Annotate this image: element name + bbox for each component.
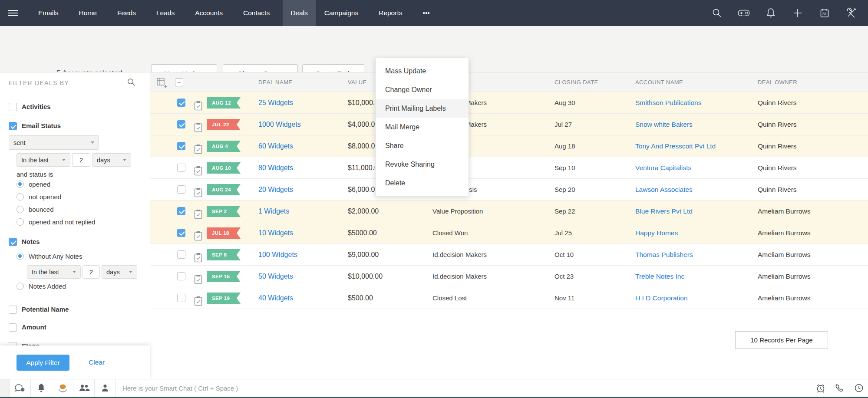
- account-name-link[interactable]: Happy Homes: [635, 222, 678, 244]
- nav-item-emails[interactable]: Emails: [38, 9, 59, 17]
- filter-search-icon[interactable]: [127, 78, 136, 89]
- status-opened-radio[interactable]: [17, 181, 24, 188]
- account-name-link[interactable]: Smithson Publications: [635, 92, 702, 114]
- search-icon[interactable]: [711, 7, 723, 19]
- nav-item-reports[interactable]: Reports: [379, 9, 402, 17]
- row-checkbox[interactable]: [177, 99, 185, 107]
- table-row[interactable]: AUG 10 80 Widgets $11,000.00 Qualificati…: [150, 157, 868, 179]
- table-row[interactable]: JUL 18 10 Widgets $5000.00 Closed Won Ju…: [150, 222, 868, 244]
- bell-icon[interactable]: [765, 7, 777, 19]
- account-name-link[interactable]: Thomas Publishers: [635, 244, 693, 266]
- calendar-icon[interactable]: 31: [818, 7, 831, 19]
- notes-added-radio[interactable]: [17, 283, 24, 290]
- activities-label[interactable]: Activities: [22, 103, 51, 110]
- table-row[interactable]: SEP 15 50 Widgets $10,000.00 Id.decision…: [150, 266, 868, 287]
- header-value[interactable]: VALUE: [348, 72, 367, 92]
- nav-item-accounts[interactable]: Accounts: [195, 9, 223, 17]
- row-checkbox[interactable]: [177, 120, 185, 128]
- account-name-link[interactable]: H I D Corporation: [635, 287, 688, 309]
- amount-checkbox[interactable]: [9, 323, 17, 332]
- email-status-label[interactable]: Email Status: [22, 122, 61, 129]
- menu-item-share[interactable]: Share: [376, 136, 469, 155]
- menu-item-mass-update[interactable]: Mass Update: [376, 62, 469, 80]
- email-range-count-input[interactable]: [72, 153, 90, 167]
- row-checkbox[interactable]: [177, 272, 185, 280]
- row-checkbox[interactable]: [177, 142, 185, 150]
- table-row[interactable]: AUG 24 20 Widgets $6,000.00 Needs Analys…: [150, 179, 868, 201]
- row-checkbox[interactable]: [177, 207, 185, 215]
- potential-name-label[interactable]: Potential Name: [22, 306, 69, 313]
- notes-range-select[interactable]: In the last: [27, 265, 81, 279]
- table-row[interactable]: AUG 12 25 Widgets $10,000.00 Id.decision…: [150, 92, 868, 114]
- without-any-notes-radio[interactable]: [17, 253, 24, 260]
- status-not-opened-label[interactable]: not opened: [29, 193, 61, 201]
- gamepad-icon[interactable]: [738, 7, 750, 19]
- notes-range-count-input[interactable]: [83, 265, 100, 279]
- deal-name-link[interactable]: 10 Widgets: [258, 222, 293, 244]
- deal-name-link[interactable]: 80 Widgets: [258, 157, 293, 179]
- task-clipboard-icon[interactable]: [194, 293, 202, 315]
- nav-item-home[interactable]: Home: [79, 9, 97, 17]
- chat-settings-icon[interactable]: [10, 379, 31, 397]
- potential-name-checkbox[interactable]: [9, 306, 17, 314]
- amount-label[interactable]: Amount: [22, 323, 46, 331]
- clear-filter-link[interactable]: Clear: [89, 359, 105, 366]
- plus-icon[interactable]: [792, 7, 804, 19]
- nav-item-deals[interactable]: Deals: [283, 0, 316, 26]
- records-per-page-select[interactable]: 10 Records Per Page: [735, 331, 828, 349]
- without-any-notes-label[interactable]: Without Any Notes: [29, 253, 82, 260]
- tools-icon[interactable]: [845, 7, 858, 19]
- status-not-opened-radio[interactable]: [17, 193, 24, 201]
- email-range-unit-select[interactable]: days: [92, 153, 131, 167]
- deal-name-link[interactable]: 40 Widgets: [258, 287, 293, 309]
- bell-icon[interactable]: [31, 379, 52, 397]
- menu-item-mail-merge[interactable]: Mail Merge: [376, 118, 469, 136]
- select-all-checkbox[interactable]: –: [175, 78, 183, 86]
- status-opened-not-replied-radio[interactable]: [17, 218, 24, 226]
- row-checkbox[interactable]: [177, 294, 185, 302]
- account-name-link[interactable]: Snow white Bakers: [635, 114, 693, 135]
- zoho-chat-icon[interactable]: [52, 379, 73, 397]
- notes-added-label[interactable]: Notes Added: [29, 283, 66, 290]
- email-range-select[interactable]: In the last: [17, 153, 70, 167]
- column-customize-icon[interactable]: [156, 77, 167, 89]
- header-closing-date[interactable]: CLOSING DATE: [554, 72, 598, 92]
- email-status-checkbox[interactable]: [9, 122, 17, 130]
- menu-item-delete[interactable]: Delete: [376, 174, 469, 192]
- notes-range-unit-select[interactable]: days: [102, 265, 137, 279]
- group-icon[interactable]: [73, 379, 95, 397]
- account-name-link[interactable]: Lawson Associates: [635, 179, 693, 201]
- smart-chat-input[interactable]: [116, 379, 811, 397]
- status-opened-label[interactable]: opened: [29, 181, 50, 188]
- notes-label[interactable]: Notes: [22, 238, 40, 245]
- activities-checkbox[interactable]: [9, 103, 17, 111]
- person-icon[interactable]: [95, 379, 116, 397]
- deal-name-link[interactable]: 1 Widgets: [258, 201, 289, 222]
- deal-name-link[interactable]: 1000 Widgets: [258, 114, 301, 135]
- deal-name-link[interactable]: 50 Widgets: [258, 266, 293, 287]
- status-bounced-label[interactable]: bounced: [29, 206, 54, 213]
- row-checkbox[interactable]: [177, 185, 185, 194]
- nav-item-feeds[interactable]: Feeds: [117, 9, 136, 17]
- menu-item-print-mailing-labels[interactable]: Print Mailing Labels: [376, 99, 469, 118]
- header-deal-owner[interactable]: DEAL OWNER: [758, 72, 797, 92]
- status-bounced-radio[interactable]: [17, 206, 24, 213]
- row-checkbox[interactable]: [177, 229, 185, 237]
- status-opened-not-replied-label[interactable]: opened and not replied: [29, 218, 95, 226]
- deal-name-link[interactable]: 100 WIdgets: [258, 244, 297, 266]
- email-status-type-select[interactable]: sent: [9, 135, 99, 150]
- phone-icon[interactable]: [830, 379, 849, 397]
- apply-filter-button[interactable]: Apply Filter: [17, 355, 69, 371]
- alarm-icon[interactable]: [811, 379, 830, 397]
- deal-name-link[interactable]: 20 Widgets: [258, 179, 293, 201]
- header-deal-name[interactable]: DEAL NAME: [258, 72, 292, 92]
- nav-item-leads[interactable]: Leads: [156, 9, 175, 17]
- row-checkbox[interactable]: [177, 250, 185, 259]
- table-row[interactable]: AUG 4 60 Widgets $8,000.00 Qualification…: [150, 135, 868, 157]
- nav-item-contacts[interactable]: Contacts: [243, 9, 270, 17]
- table-row[interactable]: SEP 8 100 WIdgets $9,000.00 Id.decision …: [150, 244, 868, 266]
- deal-name-link[interactable]: 60 Widgets: [258, 135, 293, 157]
- clock-icon[interactable]: [849, 379, 868, 397]
- account-name-link[interactable]: Tony And Presscott Pvt Ltd: [635, 135, 716, 157]
- menu-item-revoke-sharing[interactable]: Revoke Sharing: [376, 155, 469, 174]
